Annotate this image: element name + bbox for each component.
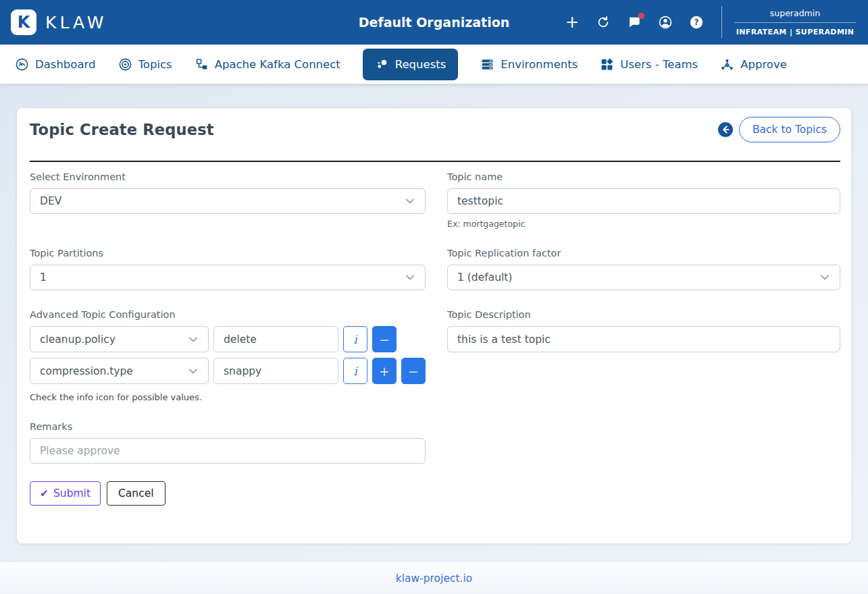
environment-field-group: Select Environment DEV bbox=[30, 171, 426, 229]
back-to-topics-group: Back to Topics bbox=[718, 117, 840, 142]
form-actions: ✔ Submit Cancel bbox=[30, 481, 426, 506]
kafka-connect-icon bbox=[195, 57, 209, 72]
config-key-value: compression.type bbox=[40, 365, 133, 377]
brand-name: KLAW bbox=[45, 13, 107, 32]
environment-selected-value: DEV bbox=[40, 195, 61, 207]
tab-environments[interactable]: Environments bbox=[480, 57, 578, 72]
brand[interactable]: K KLAW bbox=[11, 9, 107, 35]
config-key-select[interactable]: compression.type bbox=[30, 358, 209, 384]
tab-label: Users - Teams bbox=[620, 58, 698, 71]
tab-label: Topics bbox=[138, 58, 172, 71]
partitions-select[interactable]: 1 bbox=[30, 265, 426, 290]
chevron-down-icon bbox=[405, 196, 415, 207]
navbar-divider bbox=[721, 6, 722, 38]
tab-topics[interactable]: Topics bbox=[118, 57, 172, 72]
remove-row-button[interactable]: − bbox=[372, 326, 397, 352]
partitions-selected-value: 1 bbox=[40, 271, 47, 284]
config-value-input[interactable] bbox=[213, 326, 338, 352]
approve-icon bbox=[720, 57, 734, 72]
info-icon-button[interactable]: i bbox=[343, 358, 367, 384]
tab-dashboard[interactable]: Dashboard bbox=[15, 57, 96, 72]
tab-apache-kafka-connect[interactable]: Apache Kafka Connect bbox=[195, 57, 340, 72]
partitions-label: Topic Partitions bbox=[30, 248, 426, 259]
main-nav-tabbar: Dashboard Topics Apache Kafka Connect Re… bbox=[0, 45, 868, 84]
topic-name-input[interactable] bbox=[447, 188, 840, 214]
tab-label: Requests bbox=[395, 58, 446, 71]
advanced-config-label: Advanced Topic Configuration bbox=[30, 309, 426, 320]
advanced-config-group: Advanced Topic Configuration cleanup.pol… bbox=[30, 309, 426, 402]
topic-request-form: Select Environment DEV Topic name Ex: mo… bbox=[30, 171, 840, 506]
help-icon[interactable]: ? bbox=[689, 15, 704, 30]
environments-icon bbox=[480, 57, 494, 72]
config-row: compression.type i + − bbox=[30, 358, 426, 384]
description-label: Topic Description bbox=[447, 309, 840, 320]
back-arrow-circle-icon[interactable] bbox=[718, 122, 733, 137]
replication-field-group: Topic Replication factor 1 (default) bbox=[447, 248, 840, 290]
logo-letter: K bbox=[18, 13, 30, 32]
svg-text:?: ? bbox=[694, 18, 699, 27]
environment-label: Select Environment bbox=[30, 171, 426, 182]
topic-name-helper: Ex: mortgagetopic bbox=[447, 219, 840, 229]
remarks-input[interactable] bbox=[30, 438, 426, 464]
submit-button-label: Submit bbox=[53, 487, 91, 500]
add-row-button[interactable]: + bbox=[372, 358, 397, 384]
config-key-select[interactable]: cleanup.policy bbox=[30, 326, 209, 352]
replication-label: Topic Replication factor bbox=[447, 248, 840, 259]
dashboard-icon bbox=[15, 57, 29, 72]
users-teams-icon bbox=[600, 57, 614, 72]
header-divider bbox=[30, 161, 840, 162]
chevron-down-icon bbox=[405, 272, 415, 283]
remarks-label: Remarks bbox=[30, 421, 426, 432]
config-row: cleanup.policy i − bbox=[30, 326, 426, 352]
topics-icon bbox=[118, 57, 132, 72]
card-header: Topic Create Request Back to Topics bbox=[30, 108, 840, 142]
profile-icon[interactable] bbox=[658, 15, 673, 30]
content-card: Topic Create Request Back to Topics Sele… bbox=[17, 108, 851, 543]
klaw-logo-icon: K bbox=[11, 9, 36, 35]
notification-dot bbox=[638, 13, 644, 19]
top-navbar: K KLAW Default Organization + ? s bbox=[0, 0, 868, 45]
info-icon-button[interactable]: i bbox=[343, 326, 367, 352]
back-to-topics-button[interactable]: Back to Topics bbox=[739, 117, 840, 142]
tab-users-teams[interactable]: Users - Teams bbox=[600, 57, 698, 72]
tab-label: Apache Kafka Connect bbox=[215, 58, 340, 71]
empty-cell bbox=[447, 421, 840, 506]
remove-row-button[interactable]: − bbox=[401, 358, 426, 384]
plus-icon[interactable]: + bbox=[565, 15, 580, 30]
klaw-project-link[interactable]: klaw-project.io bbox=[396, 572, 473, 585]
messages-icon[interactable] bbox=[627, 15, 642, 30]
environment-select[interactable]: DEV bbox=[30, 188, 426, 214]
config-value-input[interactable] bbox=[213, 358, 338, 384]
tab-requests[interactable]: Requests bbox=[363, 49, 459, 80]
user-block[interactable]: superadmin INFRATEAM | SUPERADMIN bbox=[734, 8, 856, 36]
requests-icon bbox=[375, 57, 389, 72]
tab-label: Approve bbox=[740, 58, 787, 71]
page-footer: klaw-project.io bbox=[0, 562, 868, 594]
chevron-down-icon bbox=[188, 366, 199, 377]
check-icon: ✔ bbox=[40, 487, 49, 500]
config-key-value: cleanup.policy bbox=[40, 333, 116, 346]
tab-label: Dashboard bbox=[35, 58, 96, 71]
navbar-icon-group: + ? bbox=[565, 15, 704, 30]
description-input[interactable] bbox=[447, 326, 840, 352]
remarks-field-group: Remarks ✔ Submit Cancel bbox=[30, 421, 426, 506]
topic-name-label: Topic name bbox=[447, 171, 840, 182]
refresh-icon[interactable] bbox=[596, 15, 611, 30]
chevron-down-icon bbox=[188, 334, 199, 345]
user-team-role: INFRATEAM | SUPERADMIN bbox=[734, 23, 856, 36]
page-title: Topic Create Request bbox=[30, 121, 214, 138]
chevron-down-icon bbox=[819, 272, 830, 283]
tab-approve[interactable]: Approve bbox=[720, 57, 787, 72]
submit-button[interactable]: ✔ Submit bbox=[30, 481, 101, 506]
tab-label: Environments bbox=[501, 58, 578, 71]
replication-select[interactable]: 1 (default) bbox=[447, 265, 840, 290]
advanced-config-hint: Check the info icon for possible values. bbox=[30, 392, 426, 402]
cancel-button[interactable]: Cancel bbox=[107, 481, 165, 506]
organization-title: Default Organization bbox=[359, 15, 510, 30]
user-name: superadmin bbox=[734, 8, 856, 22]
replication-selected-value: 1 (default) bbox=[457, 271, 512, 284]
topic-name-field-group: Topic name Ex: mortgagetopic bbox=[447, 171, 840, 229]
description-field-group: Topic Description bbox=[447, 309, 840, 402]
partitions-field-group: Topic Partitions 1 bbox=[30, 248, 426, 290]
navbar-right: + ? superadmin INFRATEAM | SUPERADMIN bbox=[565, 6, 856, 38]
